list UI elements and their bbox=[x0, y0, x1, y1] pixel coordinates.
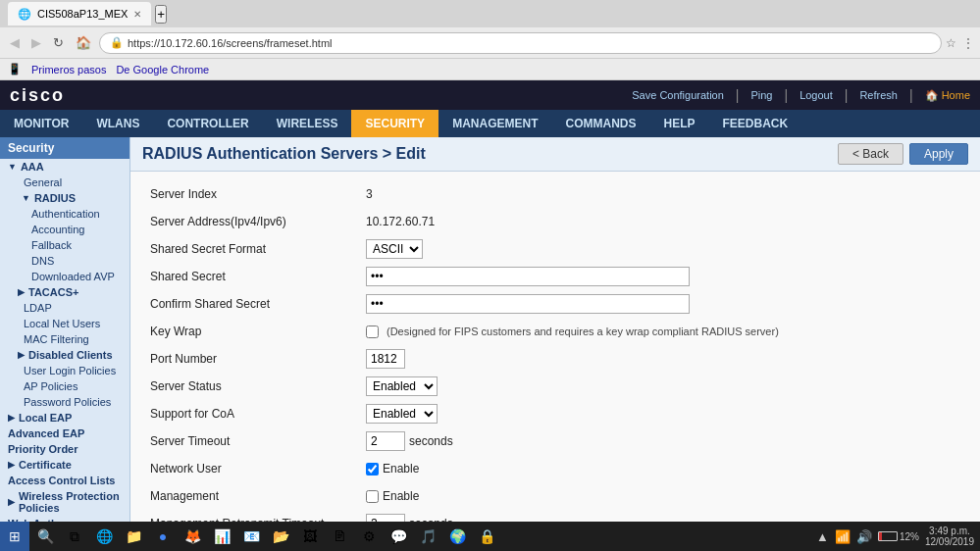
confirm-shared-secret-input[interactable] bbox=[366, 294, 690, 314]
page-content: RADIUS Authentication Servers > Edit < B… bbox=[130, 137, 980, 524]
port-number-input[interactable] bbox=[366, 349, 405, 369]
battery-fill bbox=[879, 532, 882, 540]
shared-secret-format-select[interactable]: ASCII HEX bbox=[366, 239, 423, 259]
sidebar-item-radius[interactable]: ▼RADIUS bbox=[8, 190, 129, 206]
nav-wireless[interactable]: WIRELESS bbox=[263, 110, 352, 137]
tray-network-icon[interactable]: 📶 bbox=[835, 529, 851, 544]
taskbar-app5[interactable]: 🖹 bbox=[326, 523, 353, 550]
taskbar-app8[interactable]: 🎵 bbox=[414, 523, 441, 550]
taskbar-app9[interactable]: 🌍 bbox=[443, 523, 471, 550]
sidebar-item-local-eap[interactable]: ▶Local EAP bbox=[0, 410, 129, 426]
sidebar-item-local-net-users[interactable]: Local Net Users bbox=[8, 316, 129, 331]
taskbar-app10[interactable]: 🔒 bbox=[473, 523, 500, 550]
ping-link[interactable]: Ping bbox=[750, 89, 772, 101]
sidebar-item-aaa[interactable]: ▼AAA bbox=[0, 159, 129, 175]
menu-icon[interactable]: ⋮ bbox=[962, 36, 974, 50]
taskbar-app4[interactable]: 🖼 bbox=[296, 523, 324, 550]
sidebar-item-disabled-clients[interactable]: ▶Disabled Clients bbox=[8, 347, 129, 363]
nav-controller[interactable]: CONTROLLER bbox=[153, 110, 262, 137]
address-bar[interactable]: 🔒 https://10.172.60.16/screens/frameset.… bbox=[99, 32, 942, 54]
forward-button[interactable]: ▶ bbox=[27, 33, 45, 52]
sidebar-item-downloaded-avp[interactable]: Downloaded AVP bbox=[8, 269, 129, 284]
tray-date-value: 12/09/2019 bbox=[925, 536, 974, 547]
sidebar-item-accounting[interactable]: Accounting bbox=[8, 222, 129, 237]
nav-monitor[interactable]: MONITOR bbox=[0, 110, 82, 137]
sidebar-item-authentication[interactable]: Authentication bbox=[8, 206, 129, 222]
sidebar-item-certificate[interactable]: ▶Certificate bbox=[0, 457, 129, 473]
nav-help[interactable]: HELP bbox=[649, 110, 708, 137]
save-configuration-link[interactable]: Save Configuration bbox=[632, 89, 724, 101]
form-row-server-status: Server Status Enabled Disabled bbox=[150, 376, 960, 397]
reload-button[interactable]: ↻ bbox=[49, 33, 68, 52]
cert-arrow-icon: ▶ bbox=[8, 460, 15, 470]
tray-time-value: 3:49 p.m. bbox=[925, 526, 974, 536]
taskbar-ie[interactable]: 🌐 bbox=[90, 523, 118, 550]
management-checkbox[interactable] bbox=[366, 490, 379, 503]
apply-button[interactable]: Apply bbox=[909, 143, 968, 165]
taskbar-app6[interactable]: ⚙ bbox=[355, 523, 383, 550]
shared-secret-input[interactable] bbox=[366, 267, 690, 286]
sidebar-section-security[interactable]: Security bbox=[0, 137, 129, 159]
server-status-select[interactable]: Enabled Disabled bbox=[366, 376, 438, 396]
sidebar-group-aaa: ▼AAA General ▼RADIUS Authentication Acco… bbox=[0, 159, 129, 410]
nav-management[interactable]: MANAGEMENT bbox=[438, 110, 551, 137]
close-tab-button[interactable]: ✕ bbox=[133, 9, 141, 20]
bookmark-icon[interactable]: ☆ bbox=[946, 36, 956, 50]
label-network-user: Network User bbox=[150, 462, 366, 476]
secure-icon: 🔒 bbox=[110, 36, 124, 49]
tray-datetime: 3:49 p.m. 12/09/2019 bbox=[925, 526, 974, 547]
start-button[interactable]: ⊞ bbox=[0, 522, 29, 551]
form-row-network-user: Network User Enable bbox=[150, 458, 960, 479]
tray-volume-icon[interactable]: 🔊 bbox=[856, 529, 872, 544]
key-wrap-checkbox[interactable] bbox=[366, 326, 379, 338]
sidebar-item-general[interactable]: General bbox=[8, 175, 129, 190]
sidebar-item-fallback[interactable]: Fallback bbox=[8, 237, 129, 253]
logout-link[interactable]: Logout bbox=[799, 89, 833, 101]
battery-bar bbox=[878, 531, 898, 541]
form-area: Server Index 3 Server Address(Ipv4/Ipv6)… bbox=[130, 172, 980, 524]
network-user-checkbox[interactable] bbox=[366, 463, 379, 476]
nav-security[interactable]: SECURITY bbox=[351, 110, 438, 137]
taskbar-app1[interactable]: 📊 bbox=[208, 523, 235, 550]
home-link[interactable]: 🏠 Home bbox=[925, 89, 970, 102]
label-confirm-shared-secret: Confirm Shared Secret bbox=[150, 297, 366, 311]
support-coa-select[interactable]: Enabled Disabled bbox=[366, 404, 438, 424]
nav-commands[interactable]: COMMANDS bbox=[551, 110, 649, 137]
taskbar-task-view[interactable]: ⧉ bbox=[61, 523, 88, 550]
sidebar-item-tacacs[interactable]: ▶TACACS+ bbox=[8, 284, 129, 300]
taskbar-app7[interactable]: 💬 bbox=[385, 523, 412, 550]
sidebar-item-acl[interactable]: Access Control Lists bbox=[0, 473, 129, 488]
refresh-link[interactable]: Refresh bbox=[859, 89, 898, 101]
label-server-timeout: Server Timeout bbox=[150, 434, 366, 448]
sidebar-item-password-policies[interactable]: Password Policies bbox=[8, 394, 129, 410]
bookmark-primeros-pasos[interactable]: Primeros pasos bbox=[31, 64, 106, 75]
taskbar-app2[interactable]: 📧 bbox=[237, 523, 265, 550]
taskbar-file-explorer[interactable]: 📁 bbox=[120, 523, 147, 550]
tray-arrow-icon[interactable]: ▲ bbox=[816, 529, 829, 544]
active-tab[interactable]: 🌐 CIS508aP13_MEX ✕ bbox=[8, 2, 151, 25]
nav-bar: ◀ ▶ ↻ 🏠 🔒 https://10.172.60.16/screens/f… bbox=[0, 27, 980, 59]
taskbar-chrome[interactable]: ● bbox=[149, 523, 177, 550]
back-button[interactable]: < Back bbox=[838, 143, 903, 165]
taskbar-firefox[interactable]: 🦊 bbox=[179, 523, 206, 550]
main-nav: MONITOR WLANs CONTROLLER WIRELESS SECURI… bbox=[0, 110, 980, 137]
sidebar-item-dns[interactable]: DNS bbox=[8, 253, 129, 269]
taskbar-app3[interactable]: 📂 bbox=[267, 523, 294, 550]
nav-wlans[interactable]: WLANs bbox=[82, 110, 153, 137]
header-actions: Save Configuration | Ping | Logout | Ref… bbox=[632, 87, 970, 103]
server-timeout-input[interactable] bbox=[366, 431, 405, 451]
sidebar-item-priority-order[interactable]: Priority Order bbox=[0, 441, 129, 457]
taskbar-cortana[interactable]: 🔍 bbox=[31, 523, 59, 550]
back-button[interactable]: ◀ bbox=[6, 33, 24, 52]
sidebar-item-wpp[interactable]: ▶Wireless Protection Policies bbox=[0, 488, 129, 516]
new-tab-button[interactable]: + bbox=[155, 5, 167, 24]
sidebar-item-ldap[interactable]: LDAP bbox=[8, 300, 129, 316]
sidebar-item-ap-policies[interactable]: AP Policies bbox=[8, 378, 129, 394]
home-button[interactable]: 🏠 bbox=[72, 33, 95, 52]
nav-feedback[interactable]: FEEDBACK bbox=[708, 110, 801, 137]
sidebar-item-mac-filtering[interactable]: MAC Filtering bbox=[8, 331, 129, 347]
bookmark-google-chrome[interactable]: De Google Chrome bbox=[116, 64, 209, 75]
sidebar-item-user-login-policies[interactable]: User Login Policies bbox=[8, 363, 129, 378]
server-timeout-unit: seconds bbox=[409, 434, 453, 448]
sidebar-item-advanced-eap[interactable]: Advanced EAP bbox=[0, 426, 129, 441]
